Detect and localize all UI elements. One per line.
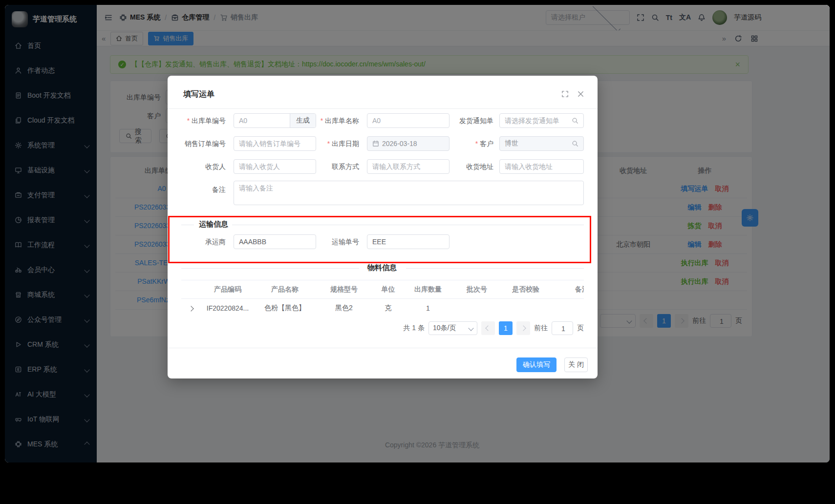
material-header-row: 产品编码 产品名称 规格型号 单位 出库数量 批次号 是否校验 备注 xyxy=(181,280,584,299)
dialog-footer-divider xyxy=(168,348,598,348)
verify-cell xyxy=(501,299,550,316)
divider-line xyxy=(181,268,359,269)
col-unit: 单位 xyxy=(373,280,404,299)
receiver-label: 收货人 xyxy=(168,159,226,174)
address-label: 收货地址 xyxy=(435,159,493,174)
qty-cell: 1 xyxy=(404,299,452,316)
page-1-button[interactable]: 1 xyxy=(499,321,513,335)
goto-label: 前往 xyxy=(534,324,548,333)
col-product-name: 产品名称 xyxy=(255,280,315,299)
product-name-cell: 色粉【黑色】 xyxy=(255,299,315,316)
order-name-label: 出库单名称 xyxy=(301,113,359,128)
calendar-icon xyxy=(372,140,379,147)
customer-input[interactable]: 博世 xyxy=(499,136,584,151)
dialog-title: 填写运单 xyxy=(183,89,214,100)
chevron-left-icon xyxy=(485,325,491,331)
product-code-cell: IF20220824... xyxy=(201,299,255,316)
order-no-label: 出库单编号 xyxy=(168,113,226,128)
expand-row-icon[interactable] xyxy=(181,299,201,316)
waybill-no-input[interactable] xyxy=(367,234,450,249)
fill-waybill-dialog: 填写运单 出库单编号 生成 出库单名称 发货通知单 销售订单编号 出库日期 xyxy=(168,76,598,378)
col-out-qty: 出库数量 xyxy=(404,280,452,299)
carrier-label: 承运商 xyxy=(168,234,226,249)
remark-textarea[interactable] xyxy=(234,181,584,205)
customer-value: 博世 xyxy=(505,139,518,148)
col-verify: 是否校验 xyxy=(501,280,550,299)
sales-order-no-label: 销售订单编号 xyxy=(168,136,226,151)
delivery-notice-input[interactable] xyxy=(499,113,584,128)
prev-page-button[interactable] xyxy=(481,321,495,335)
page-unit-label: 页 xyxy=(577,324,584,333)
search-icon xyxy=(572,117,578,124)
col-product-code: 产品编码 xyxy=(201,280,255,299)
dialog-close-icon[interactable] xyxy=(577,90,584,99)
spec-cell: 黑色2 xyxy=(315,299,373,316)
unit-cell: 克 xyxy=(373,299,404,316)
close-button[interactable]: 关 闭 xyxy=(564,357,588,372)
transport-section-header: 运输信息 xyxy=(168,218,598,231)
transport-section-title: 运输信息 xyxy=(199,220,228,229)
batch-cell xyxy=(452,299,501,316)
customer-label: 客户 xyxy=(435,136,493,151)
material-table: 产品编码 产品名称 规格型号 单位 出库数量 批次号 是否校验 备注 IF202… xyxy=(181,280,584,315)
material-row: IF20220824... 色粉【黑色】 黑色2 克 1 xyxy=(181,299,584,316)
col-spec: 规格型号 xyxy=(315,280,373,299)
chevron-right-icon xyxy=(188,306,193,311)
col-remark: 备注 xyxy=(550,280,584,299)
delivery-notice-label: 发货通知单 xyxy=(435,113,493,128)
out-date-label: 出库日期 xyxy=(301,136,359,151)
chevron-down-icon xyxy=(468,325,473,331)
divider-line xyxy=(406,268,584,269)
col-batch: 批次号 xyxy=(452,280,501,299)
contact-label: 联系方式 xyxy=(301,159,359,174)
address-input[interactable] xyxy=(499,159,584,174)
divider-line xyxy=(232,225,584,225)
waybill-no-label: 运输单号 xyxy=(301,234,359,249)
remark-cell xyxy=(550,299,584,316)
material-section-title: 物料信息 xyxy=(367,263,397,273)
material-pagination: 共 1 条 10条/页 1 前往 页 xyxy=(403,321,584,335)
confirm-fill-button[interactable]: 确认填写 xyxy=(516,357,557,372)
search-icon xyxy=(572,140,578,147)
chevron-right-icon xyxy=(520,325,526,331)
next-page-button[interactable] xyxy=(516,321,530,335)
out-date-value: 2026-03-18 xyxy=(382,140,417,147)
dialog-fullscreen-icon[interactable] xyxy=(561,90,569,99)
total-label: 共 1 条 xyxy=(403,324,425,333)
material-section-header: 物料信息 xyxy=(168,261,598,275)
goto-page-input[interactable] xyxy=(552,321,573,335)
app-window: 芋道管理系统 首页 作者动态 Boot 开发文档 Cloud 开发文档 系统管理… xyxy=(5,5,830,462)
divider-line xyxy=(181,225,194,225)
page-size-select[interactable]: 10条/页 xyxy=(428,321,477,335)
dialog-header-divider xyxy=(168,108,598,109)
remark-label: 备注 xyxy=(168,182,226,197)
expand-column-header xyxy=(181,280,201,299)
